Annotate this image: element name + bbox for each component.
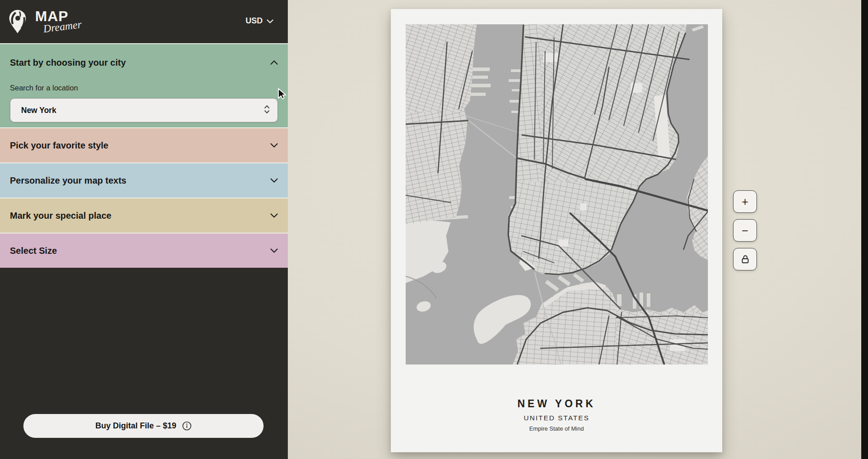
map-graphic [406,24,708,364]
sidebar: MAP Dreamer USD Start by choosing your c… [0,0,288,459]
section-mark-place: Mark your special place [0,198,288,233]
section-title: Personalize your map texts [10,176,126,186]
section-select-size: Select Size [0,233,288,268]
search-location-label: Search for a location [10,84,278,92]
section-pick-style: Pick your favorite style [0,127,288,162]
map-pin-logo-icon [9,10,26,35]
section-title: Start by choosing your city [10,58,126,68]
select-updown-icon [264,104,270,116]
section-personalize-texts-header[interactable]: Personalize your map texts [10,163,278,198]
section-personalize-texts: Personalize your map texts [0,162,288,198]
section-select-size-header[interactable]: Select Size [10,234,278,268]
section-pick-style-header[interactable]: Pick your favorite style [10,128,278,162]
lock-position-button[interactable] [733,248,757,270]
poster-title: NEW YORK [391,398,722,410]
chevron-down-icon [270,212,278,220]
currency-value: USD [246,16,263,26]
buy-button-label: Buy Digital File – $19 [95,421,176,431]
sidebar-header: MAP Dreamer USD [0,0,288,43]
map-controls: + − [733,190,757,270]
chevron-down-icon [270,247,278,255]
section-title: Mark your special place [10,211,112,221]
section-choose-city: Start by choosing your city Search for a… [0,43,288,127]
plus-icon: + [742,195,748,208]
buy-digital-file-button[interactable]: Buy Digital File – $19 [23,414,264,438]
poster-subtitle: UNITED STATES [391,414,722,422]
currency-selector[interactable]: USD [246,16,273,26]
window-edge-strip [861,0,868,459]
section-title: Select Size [10,246,57,256]
poster-tagline: Empire State of Mind [391,425,722,432]
chevron-down-icon [270,176,278,184]
poster-caption: NEW YORK UNITED STATES Empire State of M… [391,398,722,432]
unlock-icon [740,254,750,264]
zoom-out-button[interactable]: − [733,219,757,242]
chevron-up-icon [270,58,278,67]
info-icon [182,421,192,431]
chevron-down-icon [267,16,273,26]
section-title: Pick your favorite style [10,140,108,151]
chevron-down-icon [270,141,278,149]
minus-icon: − [742,224,748,237]
section-choose-city-header[interactable]: Start by choosing your city [10,44,278,76]
poster-preview: NEW YORK UNITED STATES Empire State of M… [391,9,722,452]
location-select-value: New York [21,106,56,115]
zoom-in-button[interactable]: + [733,190,757,213]
brand-logo: MAP Dreamer [9,8,108,37]
map-dreamer-app: MAP Dreamer USD Start by choosing your c… [0,0,868,459]
location-select[interactable]: New York [10,98,278,122]
map-canvas[interactable] [406,24,708,364]
section-mark-place-header[interactable]: Mark your special place [10,198,278,233]
